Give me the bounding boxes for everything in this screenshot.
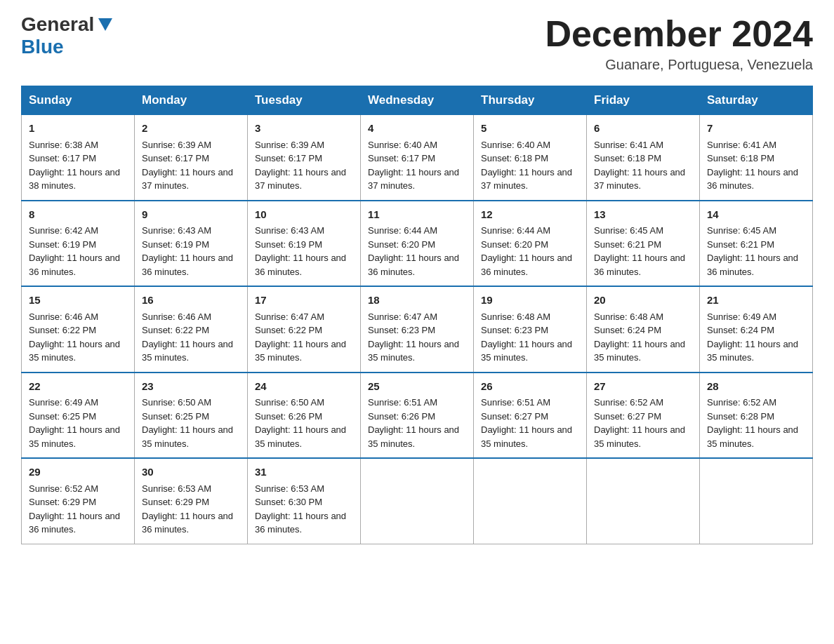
sunrise-label: Sunrise: 6:50 AM bbox=[255, 397, 324, 408]
sunrise-label: Sunrise: 6:40 AM bbox=[481, 140, 550, 150]
daylight-label: Daylight: 11 hours and 37 minutes. bbox=[368, 167, 459, 192]
sunrise-label: Sunrise: 6:50 AM bbox=[142, 397, 211, 408]
daylight-label: Daylight: 11 hours and 35 minutes. bbox=[481, 424, 572, 449]
daylight-label: Daylight: 11 hours and 35 minutes. bbox=[255, 424, 346, 449]
sunset-label: Sunset: 6:27 PM bbox=[481, 411, 548, 422]
daylight-label: Daylight: 11 hours and 35 minutes. bbox=[594, 339, 685, 363]
day-number: 4 bbox=[368, 121, 466, 137]
sunrise-label: Sunrise: 6:51 AM bbox=[368, 397, 437, 408]
sunrise-label: Sunrise: 6:42 AM bbox=[29, 225, 98, 236]
table-row: 9Sunrise: 6:43 AMSunset: 6:19 PMDaylight… bbox=[135, 201, 248, 287]
table-row bbox=[474, 458, 587, 544]
table-row: 6Sunrise: 6:41 AMSunset: 6:18 PMDaylight… bbox=[587, 115, 700, 201]
sunset-label: Sunset: 6:22 PM bbox=[142, 325, 209, 335]
daylight-label: Daylight: 11 hours and 35 minutes. bbox=[707, 339, 798, 363]
sunrise-label: Sunrise: 6:43 AM bbox=[255, 225, 324, 236]
sunset-label: Sunset: 6:24 PM bbox=[594, 325, 661, 335]
sunrise-label: Sunrise: 6:46 AM bbox=[142, 311, 211, 322]
table-row: 3Sunrise: 6:39 AMSunset: 6:17 PMDaylight… bbox=[248, 115, 361, 201]
day-number: 5 bbox=[481, 121, 579, 137]
daylight-label: Daylight: 11 hours and 37 minutes. bbox=[481, 167, 572, 192]
day-number: 8 bbox=[29, 207, 127, 223]
table-row bbox=[700, 458, 813, 544]
day-number: 6 bbox=[594, 121, 692, 137]
sunrise-label: Sunrise: 6:49 AM bbox=[707, 311, 776, 322]
sunset-label: Sunset: 6:26 PM bbox=[368, 411, 435, 422]
sunset-label: Sunset: 6:18 PM bbox=[594, 153, 661, 163]
day-number: 27 bbox=[594, 379, 692, 395]
day-number: 26 bbox=[481, 379, 579, 395]
daylight-label: Daylight: 11 hours and 36 minutes. bbox=[142, 253, 233, 277]
sunrise-label: Sunrise: 6:47 AM bbox=[368, 311, 437, 322]
sunset-label: Sunset: 6:23 PM bbox=[481, 325, 548, 335]
sunset-label: Sunset: 6:29 PM bbox=[29, 497, 96, 507]
daylight-label: Daylight: 11 hours and 35 minutes. bbox=[142, 339, 233, 363]
col-thursday: Thursday bbox=[474, 86, 587, 115]
sunset-label: Sunset: 6:20 PM bbox=[481, 239, 548, 250]
day-number: 31 bbox=[255, 464, 353, 481]
daylight-label: Daylight: 11 hours and 35 minutes. bbox=[368, 339, 459, 363]
col-friday: Friday bbox=[587, 86, 700, 115]
table-row: 22Sunrise: 6:49 AMSunset: 6:25 PMDayligh… bbox=[22, 373, 135, 459]
daylight-label: Daylight: 11 hours and 35 minutes. bbox=[255, 339, 346, 363]
sunset-label: Sunset: 6:25 PM bbox=[29, 411, 96, 422]
sunset-label: Sunset: 6:25 PM bbox=[142, 411, 209, 422]
day-number: 16 bbox=[142, 293, 240, 309]
daylight-label: Daylight: 11 hours and 35 minutes. bbox=[29, 424, 120, 449]
sunset-label: Sunset: 6:28 PM bbox=[707, 411, 774, 422]
col-monday: Monday bbox=[135, 86, 248, 115]
sunset-label: Sunset: 6:30 PM bbox=[255, 497, 322, 507]
location: Guanare, Portuguesa, Venezuela bbox=[545, 57, 813, 73]
sunrise-label: Sunrise: 6:44 AM bbox=[368, 225, 437, 236]
sunrise-label: Sunrise: 6:53 AM bbox=[142, 483, 211, 494]
table-row: 5Sunrise: 6:40 AMSunset: 6:18 PMDaylight… bbox=[474, 115, 587, 201]
day-number: 14 bbox=[707, 207, 805, 223]
sunset-label: Sunset: 6:21 PM bbox=[707, 239, 774, 250]
day-number: 10 bbox=[255, 207, 353, 223]
table-row: 10Sunrise: 6:43 AMSunset: 6:19 PMDayligh… bbox=[248, 201, 361, 287]
table-row: 27Sunrise: 6:52 AMSunset: 6:27 PMDayligh… bbox=[587, 373, 700, 459]
day-number: 20 bbox=[594, 293, 692, 309]
sunrise-label: Sunrise: 6:48 AM bbox=[594, 311, 663, 322]
daylight-label: Daylight: 11 hours and 35 minutes. bbox=[368, 424, 459, 449]
day-number: 1 bbox=[29, 121, 127, 137]
day-number: 18 bbox=[368, 293, 466, 309]
sunset-label: Sunset: 6:22 PM bbox=[255, 325, 322, 335]
day-number: 3 bbox=[255, 121, 353, 137]
daylight-label: Daylight: 11 hours and 36 minutes. bbox=[255, 253, 346, 277]
logo-blue: Blue bbox=[21, 36, 64, 58]
table-row: 11Sunrise: 6:44 AMSunset: 6:20 PMDayligh… bbox=[361, 201, 474, 287]
day-number: 7 bbox=[707, 121, 805, 137]
sunset-label: Sunset: 6:18 PM bbox=[481, 153, 548, 163]
daylight-label: Daylight: 11 hours and 36 minutes. bbox=[142, 511, 233, 535]
sunset-label: Sunset: 6:29 PM bbox=[142, 497, 209, 507]
table-row: 24Sunrise: 6:50 AMSunset: 6:26 PMDayligh… bbox=[248, 373, 361, 459]
day-number: 2 bbox=[142, 121, 240, 137]
sunrise-label: Sunrise: 6:44 AM bbox=[481, 225, 550, 236]
sunrise-label: Sunrise: 6:52 AM bbox=[594, 397, 663, 408]
table-row bbox=[587, 458, 700, 544]
table-row: 23Sunrise: 6:50 AMSunset: 6:25 PMDayligh… bbox=[135, 373, 248, 459]
day-number: 17 bbox=[255, 293, 353, 309]
table-row: 7Sunrise: 6:41 AMSunset: 6:18 PMDaylight… bbox=[700, 115, 813, 201]
sunrise-label: Sunrise: 6:45 AM bbox=[594, 225, 663, 236]
svg-marker-0 bbox=[98, 18, 112, 31]
table-row: 26Sunrise: 6:51 AMSunset: 6:27 PMDayligh… bbox=[474, 373, 587, 459]
daylight-label: Daylight: 11 hours and 38 minutes. bbox=[29, 167, 120, 192]
sunrise-label: Sunrise: 6:39 AM bbox=[142, 140, 211, 150]
sunrise-label: Sunrise: 6:41 AM bbox=[707, 140, 776, 150]
daylight-label: Daylight: 11 hours and 35 minutes. bbox=[142, 424, 233, 449]
calendar-week-row-5: 29Sunrise: 6:52 AMSunset: 6:29 PMDayligh… bbox=[22, 458, 813, 544]
sunset-label: Sunset: 6:24 PM bbox=[707, 325, 774, 335]
sunrise-label: Sunrise: 6:52 AM bbox=[29, 483, 98, 494]
table-row: 18Sunrise: 6:47 AMSunset: 6:23 PMDayligh… bbox=[361, 286, 474, 373]
table-row: 19Sunrise: 6:48 AMSunset: 6:23 PMDayligh… bbox=[474, 286, 587, 373]
sunset-label: Sunset: 6:17 PM bbox=[29, 153, 96, 163]
sunset-label: Sunset: 6:23 PM bbox=[368, 325, 435, 335]
table-row: 28Sunrise: 6:52 AMSunset: 6:28 PMDayligh… bbox=[700, 373, 813, 459]
sunset-label: Sunset: 6:17 PM bbox=[142, 153, 209, 163]
table-row: 21Sunrise: 6:49 AMSunset: 6:24 PMDayligh… bbox=[700, 286, 813, 373]
table-row: 30Sunrise: 6:53 AMSunset: 6:29 PMDayligh… bbox=[135, 458, 248, 544]
calendar-week-row-1: 1Sunrise: 6:38 AMSunset: 6:17 PMDaylight… bbox=[22, 115, 813, 201]
sunrise-label: Sunrise: 6:38 AM bbox=[29, 140, 98, 150]
